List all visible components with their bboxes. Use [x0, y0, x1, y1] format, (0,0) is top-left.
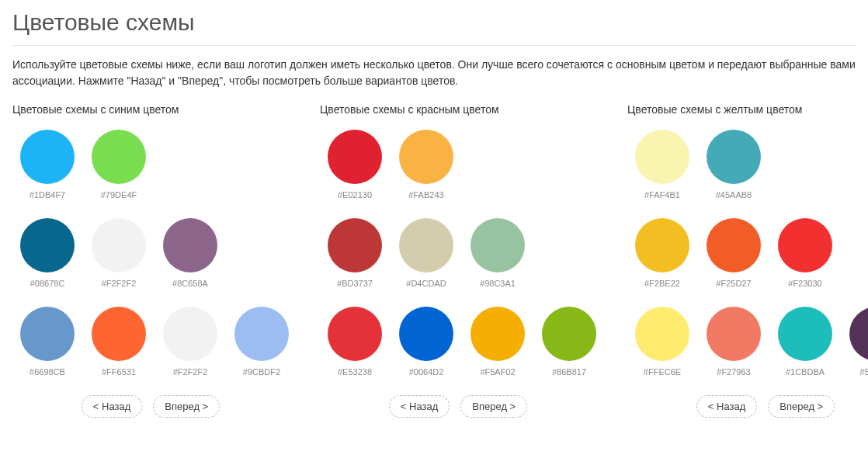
swatch-circle [328, 130, 382, 184]
swatch-circle [163, 218, 217, 272]
color-swatch[interactable]: #D4CDAD [399, 218, 453, 288]
color-swatch[interactable]: #BD3737 [328, 218, 382, 288]
columns-container: Цветовые схемы с синим цветом#1DB4F7#79D… [12, 103, 856, 418]
swatch-circle [707, 130, 761, 184]
scheme-row: #E53238#0064D2#F5AF02#86B817 [320, 307, 596, 377]
swatch-circle [92, 130, 146, 184]
swatch-hex-label: #F2BE22 [644, 279, 680, 288]
swatch-hex-label: #6698CB [30, 367, 65, 377]
swatch-hex-label: #98C3A1 [480, 279, 516, 288]
column-heading: Цветовые схемы с желтым цветом [627, 103, 868, 116]
color-swatch[interactable]: #FAF4B1 [635, 130, 689, 200]
forward-button[interactable]: Вперед > [768, 395, 835, 418]
swatch-circle [20, 218, 75, 272]
nav-buttons: < НазадВперед > [320, 395, 596, 418]
swatch-hex-label: #1CBDBA [786, 367, 825, 377]
scheme-row: #BD3737#D4CDAD#98C3A1 [320, 218, 596, 288]
color-swatch[interactable]: #98C3A1 [470, 218, 525, 288]
swatch-circle [399, 130, 453, 184]
swatch-hex-label: #553359 [860, 367, 868, 377]
color-swatch[interactable]: #E53238 [328, 307, 382, 377]
page-title: Цветовые схемы [12, 9, 856, 36]
swatch-circle [778, 307, 832, 361]
color-swatch[interactable]: #F5AF02 [470, 307, 525, 377]
color-swatch[interactable]: #F25D27 [707, 218, 761, 288]
forward-button[interactable]: Вперед > [153, 395, 220, 418]
nav-buttons: < НазадВперед > [627, 395, 868, 418]
back-button[interactable]: < Назад [389, 395, 450, 418]
swatch-circle [470, 218, 525, 272]
color-swatch[interactable]: #6698CB [20, 307, 75, 377]
color-swatch[interactable]: #8C658A [163, 218, 217, 288]
swatch-hex-label: #BD3737 [337, 279, 373, 288]
color-swatch[interactable]: #F2F2F2 [163, 307, 217, 377]
swatch-hex-label: #0064D2 [409, 367, 444, 377]
swatch-circle [92, 307, 146, 361]
scheme-column: Цветовые схемы с красным цветом#E02130#F… [320, 103, 596, 418]
color-swatch[interactable]: #1CBDBA [778, 307, 832, 377]
scheme-column: Цветовые схемы с синим цветом#1DB4F7#79D… [12, 103, 289, 418]
swatch-hex-label: #1DB4F7 [30, 190, 65, 200]
color-swatch[interactable]: #F2BE22 [635, 218, 689, 288]
swatch-hex-label: #D4CDAD [406, 279, 446, 288]
scheme-row: #08678C#F2F2F2#8C658A [12, 218, 289, 288]
color-swatch[interactable]: #FF6531 [92, 307, 146, 377]
swatch-hex-label: #FAB243 [408, 190, 443, 200]
color-swatch[interactable]: #E02130 [328, 130, 382, 200]
scheme-row: #6698CB#FF6531#F2F2F2#9CBDF2 [12, 307, 289, 377]
color-swatch[interactable]: #08678C [20, 218, 75, 288]
scheme-column: Цветовые схемы с желтым цветом#FAF4B1#45… [627, 103, 868, 418]
nav-buttons: < НазадВперед > [12, 395, 289, 418]
scheme-row: #E02130#FAB243 [320, 130, 596, 200]
swatch-circle [707, 218, 761, 272]
color-swatch[interactable]: #FAB243 [399, 130, 453, 200]
swatch-circle [542, 307, 596, 361]
swatch-hex-label: #FAF4B1 [644, 190, 680, 200]
color-swatch[interactable]: #F27963 [707, 307, 761, 377]
swatch-circle [234, 307, 289, 361]
swatch-circle [328, 218, 382, 272]
scheme-row: #F2BE22#F25D27#F23030 [627, 218, 868, 288]
swatch-hex-label: #79DE4F [101, 190, 137, 200]
back-button[interactable]: < Назад [696, 395, 757, 418]
swatch-hex-label: #F27963 [717, 367, 750, 377]
color-swatch[interactable]: #F2F2F2 [92, 218, 146, 288]
swatch-circle [328, 307, 382, 361]
swatch-hex-label: #F23030 [788, 279, 821, 288]
forward-button[interactable]: Вперед > [460, 395, 527, 418]
color-swatch[interactable]: #1DB4F7 [20, 130, 75, 200]
color-swatch[interactable]: #79DE4F [92, 130, 146, 200]
swatch-hex-label: #08678C [30, 279, 65, 288]
swatch-circle [92, 218, 146, 272]
swatch-circle [778, 218, 832, 272]
swatch-hex-label: #E53238 [338, 367, 372, 377]
swatch-circle [635, 218, 689, 272]
color-swatch[interactable]: #9CBDF2 [234, 307, 289, 377]
color-swatch[interactable]: #0064D2 [399, 307, 453, 377]
swatch-hex-label: #8C658A [172, 279, 208, 288]
swatch-circle [20, 307, 75, 361]
column-heading: Цветовые схемы с красным цветом [320, 103, 596, 116]
intro-text: Используйте цветовые схемы ниже, если ва… [12, 57, 856, 89]
swatch-circle [849, 307, 868, 361]
color-swatch[interactable]: #45AAB8 [707, 130, 761, 200]
swatch-hex-label: #F2F2F2 [102, 279, 137, 288]
swatch-circle [470, 307, 525, 361]
swatch-circle [20, 130, 75, 184]
swatch-hex-label: #F5AF02 [480, 367, 515, 377]
swatch-circle [707, 307, 761, 361]
color-swatch[interactable]: #FFEC6E [635, 307, 689, 377]
swatch-hex-label: #86B817 [552, 367, 586, 377]
swatch-circle [163, 307, 217, 361]
swatch-hex-label: #E02130 [338, 190, 372, 200]
swatch-hex-label: #FF6531 [102, 367, 136, 377]
divider [12, 45, 856, 46]
color-swatch[interactable]: #F23030 [778, 218, 832, 288]
swatch-circle [635, 130, 689, 184]
back-button[interactable]: < Назад [82, 395, 142, 418]
color-swatch[interactable]: #553359 [849, 307, 868, 377]
color-swatch[interactable]: #86B817 [542, 307, 596, 377]
swatch-circle [399, 218, 453, 272]
swatch-circle [635, 307, 689, 361]
column-heading: Цветовые схемы с синим цветом [12, 103, 289, 116]
